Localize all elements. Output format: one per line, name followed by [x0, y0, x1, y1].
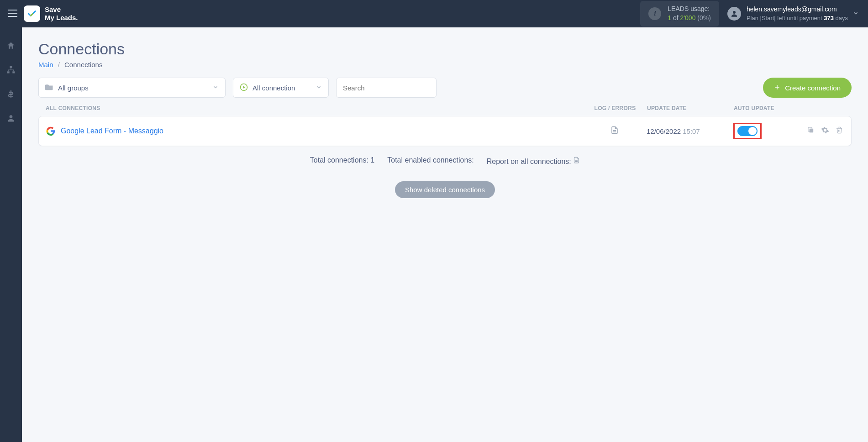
- gear-icon[interactable]: [821, 126, 829, 137]
- table-headers: ALL CONNECTIONS LOG / ERRORS UPDATE DATE…: [38, 105, 852, 116]
- usage-box[interactable]: i LEADS usage: 1 of 2'000 (0%): [640, 1, 719, 26]
- document-icon[interactable]: [573, 158, 580, 165]
- groups-select[interactable]: All groups: [38, 78, 226, 98]
- conn-filter-label: All connection: [253, 84, 295, 92]
- trash-icon[interactable]: [836, 126, 843, 137]
- sidebar: [0, 27, 22, 442]
- col-all-connections: ALL CONNECTIONS: [46, 105, 588, 111]
- main-content: Connections Main / Connections All group…: [22, 27, 868, 442]
- folder-icon: [45, 84, 53, 92]
- app-header: Save My Leads. i LEADS usage: 1 of 2'000…: [0, 0, 868, 27]
- filters-row: All groups All connection: [38, 78, 852, 98]
- report-all: Report on all connections:: [487, 156, 580, 166]
- log-button[interactable]: [587, 126, 642, 137]
- chevron-down-icon: [316, 84, 322, 92]
- create-label: Create connection: [785, 84, 841, 92]
- row-actions: [797, 126, 847, 137]
- chevron-down-icon: [212, 84, 219, 92]
- info-icon: i: [648, 7, 661, 20]
- auto-update-toggle[interactable]: [737, 126, 758, 136]
- play-circle-icon: [240, 83, 248, 93]
- total-enabled: Total enabled connections:: [387, 156, 473, 166]
- connection-name-cell: Google Lead Form - Messaggio: [46, 126, 587, 136]
- svg-point-0: [733, 11, 736, 14]
- svg-point-4: [10, 115, 13, 118]
- breadcrumb-sep: /: [58, 61, 60, 68]
- chevron-down-icon[interactable]: [852, 10, 859, 18]
- plus-icon: [774, 84, 780, 92]
- update-date-cell: 12/06/2022 15:07: [642, 127, 733, 135]
- google-icon: [46, 126, 55, 136]
- connection-filter-select[interactable]: All connection: [233, 78, 329, 98]
- usage-text: LEADS usage: 1 of 2'000 (0%): [668, 5, 711, 22]
- auto-update-cell: [733, 123, 797, 139]
- copy-icon[interactable]: [807, 126, 815, 137]
- col-date: UPDATE DATE: [642, 105, 734, 111]
- svg-rect-1: [10, 66, 12, 68]
- svg-rect-2: [7, 71, 10, 73]
- account-menu[interactable]: helen.savemyleads@gmail.com Plan |Start|…: [727, 5, 848, 22]
- col-auto: AUTO UPDATE: [734, 105, 798, 111]
- search-input[interactable]: [343, 84, 430, 92]
- svg-rect-6: [810, 128, 814, 132]
- col-log: LOG / ERRORS: [588, 105, 642, 111]
- show-deleted-button[interactable]: Show deleted connections: [395, 181, 495, 198]
- profile-icon[interactable]: [6, 114, 16, 125]
- create-connection-button[interactable]: Create connection: [763, 78, 852, 98]
- account-text: helen.savemyleads@gmail.com Plan |Start|…: [747, 5, 848, 22]
- hamburger-icon[interactable]: [5, 8, 21, 20]
- connections-icon[interactable]: [6, 65, 16, 77]
- svg-rect-3: [12, 71, 15, 73]
- app-logo[interactable]: [24, 5, 40, 22]
- page-title: Connections: [38, 40, 852, 58]
- connection-link[interactable]: Google Lead Form - Messaggio: [61, 127, 163, 135]
- breadcrumb: Main / Connections: [38, 61, 852, 68]
- breadcrumb-current: Connections: [64, 61, 102, 68]
- total-connections: Total connections: 1: [310, 156, 374, 166]
- search-box[interactable]: [336, 78, 437, 98]
- groups-label: All groups: [58, 84, 89, 92]
- highlight-box: [733, 123, 762, 139]
- breadcrumb-main[interactable]: Main: [38, 61, 53, 68]
- home-icon[interactable]: [6, 41, 16, 53]
- table-row: Google Lead Form - Messaggio 12/06/2022 …: [38, 116, 852, 146]
- summary-row: Total connections: 1 Total enabled conne…: [38, 156, 852, 166]
- avatar-icon: [727, 7, 741, 21]
- app-name: Save My Leads.: [45, 5, 78, 22]
- billing-icon[interactable]: [6, 89, 16, 101]
